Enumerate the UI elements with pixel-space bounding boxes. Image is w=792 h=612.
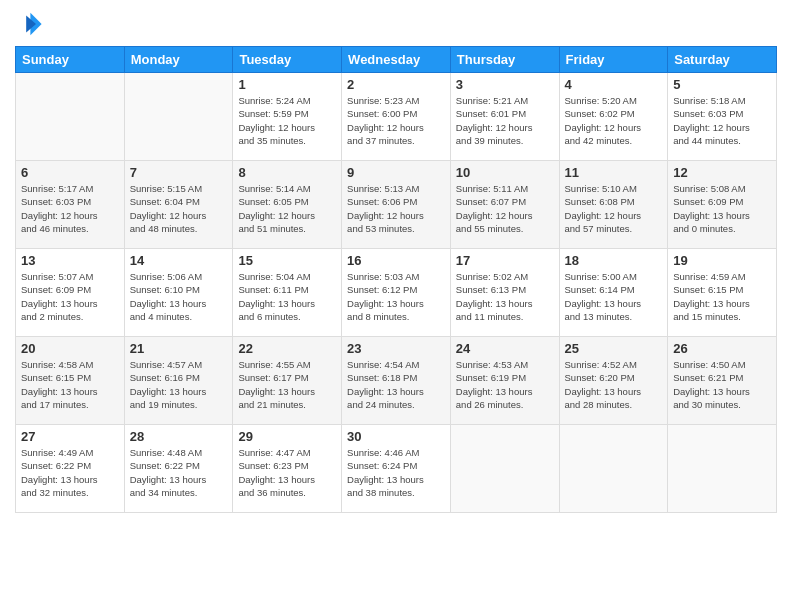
cell-info: Sunrise: 5:02 AM Sunset: 6:13 PM Dayligh…: [456, 270, 554, 323]
day-number: 21: [130, 341, 228, 356]
calendar-cell: 25Sunrise: 4:52 AM Sunset: 6:20 PM Dayli…: [559, 337, 668, 425]
weekday-header-saturday: Saturday: [668, 47, 777, 73]
cell-info: Sunrise: 4:57 AM Sunset: 6:16 PM Dayligh…: [130, 358, 228, 411]
calendar-cell: 21Sunrise: 4:57 AM Sunset: 6:16 PM Dayli…: [124, 337, 233, 425]
day-number: 24: [456, 341, 554, 356]
calendar-cell: 7Sunrise: 5:15 AM Sunset: 6:04 PM Daylig…: [124, 161, 233, 249]
cell-info: Sunrise: 5:06 AM Sunset: 6:10 PM Dayligh…: [130, 270, 228, 323]
day-number: 10: [456, 165, 554, 180]
weekday-header-wednesday: Wednesday: [342, 47, 451, 73]
calendar-cell: 23Sunrise: 4:54 AM Sunset: 6:18 PM Dayli…: [342, 337, 451, 425]
day-number: 7: [130, 165, 228, 180]
calendar-week-2: 6Sunrise: 5:17 AM Sunset: 6:03 PM Daylig…: [16, 161, 777, 249]
calendar-cell: 26Sunrise: 4:50 AM Sunset: 6:21 PM Dayli…: [668, 337, 777, 425]
header: [15, 10, 777, 38]
calendar-week-1: 1Sunrise: 5:24 AM Sunset: 5:59 PM Daylig…: [16, 73, 777, 161]
cell-info: Sunrise: 5:08 AM Sunset: 6:09 PM Dayligh…: [673, 182, 771, 235]
day-number: 13: [21, 253, 119, 268]
calendar-cell: [16, 73, 125, 161]
page: SundayMondayTuesdayWednesdayThursdayFrid…: [0, 0, 792, 612]
calendar-cell: 4Sunrise: 5:20 AM Sunset: 6:02 PM Daylig…: [559, 73, 668, 161]
calendar-cell: 11Sunrise: 5:10 AM Sunset: 6:08 PM Dayli…: [559, 161, 668, 249]
day-number: 11: [565, 165, 663, 180]
calendar-cell: 1Sunrise: 5:24 AM Sunset: 5:59 PM Daylig…: [233, 73, 342, 161]
cell-info: Sunrise: 5:17 AM Sunset: 6:03 PM Dayligh…: [21, 182, 119, 235]
calendar-cell: 5Sunrise: 5:18 AM Sunset: 6:03 PM Daylig…: [668, 73, 777, 161]
calendar-week-5: 27Sunrise: 4:49 AM Sunset: 6:22 PM Dayli…: [16, 425, 777, 513]
day-number: 5: [673, 77, 771, 92]
day-number: 27: [21, 429, 119, 444]
calendar-week-3: 13Sunrise: 5:07 AM Sunset: 6:09 PM Dayli…: [16, 249, 777, 337]
day-number: 15: [238, 253, 336, 268]
calendar-cell: [668, 425, 777, 513]
calendar-cell: 2Sunrise: 5:23 AM Sunset: 6:00 PM Daylig…: [342, 73, 451, 161]
weekday-header-sunday: Sunday: [16, 47, 125, 73]
day-number: 26: [673, 341, 771, 356]
cell-info: Sunrise: 4:47 AM Sunset: 6:23 PM Dayligh…: [238, 446, 336, 499]
day-number: 19: [673, 253, 771, 268]
day-number: 16: [347, 253, 445, 268]
calendar-cell: 20Sunrise: 4:58 AM Sunset: 6:15 PM Dayli…: [16, 337, 125, 425]
cell-info: Sunrise: 5:21 AM Sunset: 6:01 PM Dayligh…: [456, 94, 554, 147]
cell-info: Sunrise: 5:07 AM Sunset: 6:09 PM Dayligh…: [21, 270, 119, 323]
calendar-cell: 14Sunrise: 5:06 AM Sunset: 6:10 PM Dayli…: [124, 249, 233, 337]
calendar-week-4: 20Sunrise: 4:58 AM Sunset: 6:15 PM Dayli…: [16, 337, 777, 425]
weekday-header-tuesday: Tuesday: [233, 47, 342, 73]
cell-info: Sunrise: 5:13 AM Sunset: 6:06 PM Dayligh…: [347, 182, 445, 235]
cell-info: Sunrise: 4:53 AM Sunset: 6:19 PM Dayligh…: [456, 358, 554, 411]
day-number: 22: [238, 341, 336, 356]
day-number: 28: [130, 429, 228, 444]
day-number: 6: [21, 165, 119, 180]
calendar-cell: [124, 73, 233, 161]
cell-info: Sunrise: 5:14 AM Sunset: 6:05 PM Dayligh…: [238, 182, 336, 235]
day-number: 1: [238, 77, 336, 92]
calendar-cell: 12Sunrise: 5:08 AM Sunset: 6:09 PM Dayli…: [668, 161, 777, 249]
day-number: 14: [130, 253, 228, 268]
calendar-cell: 22Sunrise: 4:55 AM Sunset: 6:17 PM Dayli…: [233, 337, 342, 425]
cell-info: Sunrise: 4:52 AM Sunset: 6:20 PM Dayligh…: [565, 358, 663, 411]
day-number: 2: [347, 77, 445, 92]
cell-info: Sunrise: 5:03 AM Sunset: 6:12 PM Dayligh…: [347, 270, 445, 323]
calendar-cell: [559, 425, 668, 513]
cell-info: Sunrise: 4:55 AM Sunset: 6:17 PM Dayligh…: [238, 358, 336, 411]
calendar-cell: 17Sunrise: 5:02 AM Sunset: 6:13 PM Dayli…: [450, 249, 559, 337]
cell-info: Sunrise: 5:23 AM Sunset: 6:00 PM Dayligh…: [347, 94, 445, 147]
weekday-header-friday: Friday: [559, 47, 668, 73]
calendar-cell: 18Sunrise: 5:00 AM Sunset: 6:14 PM Dayli…: [559, 249, 668, 337]
cell-info: Sunrise: 4:46 AM Sunset: 6:24 PM Dayligh…: [347, 446, 445, 499]
calendar-cell: 28Sunrise: 4:48 AM Sunset: 6:22 PM Dayli…: [124, 425, 233, 513]
calendar-cell: [450, 425, 559, 513]
calendar-table: SundayMondayTuesdayWednesdayThursdayFrid…: [15, 46, 777, 513]
day-number: 23: [347, 341, 445, 356]
weekday-header-thursday: Thursday: [450, 47, 559, 73]
cell-info: Sunrise: 5:24 AM Sunset: 5:59 PM Dayligh…: [238, 94, 336, 147]
calendar-cell: 9Sunrise: 5:13 AM Sunset: 6:06 PM Daylig…: [342, 161, 451, 249]
calendar-cell: 29Sunrise: 4:47 AM Sunset: 6:23 PM Dayli…: [233, 425, 342, 513]
cell-info: Sunrise: 5:11 AM Sunset: 6:07 PM Dayligh…: [456, 182, 554, 235]
calendar-cell: 16Sunrise: 5:03 AM Sunset: 6:12 PM Dayli…: [342, 249, 451, 337]
day-number: 18: [565, 253, 663, 268]
cell-info: Sunrise: 5:04 AM Sunset: 6:11 PM Dayligh…: [238, 270, 336, 323]
cell-info: Sunrise: 4:49 AM Sunset: 6:22 PM Dayligh…: [21, 446, 119, 499]
calendar-cell: 24Sunrise: 4:53 AM Sunset: 6:19 PM Dayli…: [450, 337, 559, 425]
cell-info: Sunrise: 5:18 AM Sunset: 6:03 PM Dayligh…: [673, 94, 771, 147]
day-number: 4: [565, 77, 663, 92]
cell-info: Sunrise: 4:50 AM Sunset: 6:21 PM Dayligh…: [673, 358, 771, 411]
day-number: 8: [238, 165, 336, 180]
calendar-cell: 30Sunrise: 4:46 AM Sunset: 6:24 PM Dayli…: [342, 425, 451, 513]
weekday-header-row: SundayMondayTuesdayWednesdayThursdayFrid…: [16, 47, 777, 73]
calendar-cell: 8Sunrise: 5:14 AM Sunset: 6:05 PM Daylig…: [233, 161, 342, 249]
day-number: 25: [565, 341, 663, 356]
calendar-cell: 19Sunrise: 4:59 AM Sunset: 6:15 PM Dayli…: [668, 249, 777, 337]
day-number: 3: [456, 77, 554, 92]
calendar-cell: 15Sunrise: 5:04 AM Sunset: 6:11 PM Dayli…: [233, 249, 342, 337]
cell-info: Sunrise: 4:59 AM Sunset: 6:15 PM Dayligh…: [673, 270, 771, 323]
logo: [15, 10, 47, 38]
cell-info: Sunrise: 5:15 AM Sunset: 6:04 PM Dayligh…: [130, 182, 228, 235]
calendar-cell: 6Sunrise: 5:17 AM Sunset: 6:03 PM Daylig…: [16, 161, 125, 249]
day-number: 9: [347, 165, 445, 180]
cell-info: Sunrise: 5:00 AM Sunset: 6:14 PM Dayligh…: [565, 270, 663, 323]
day-number: 29: [238, 429, 336, 444]
cell-info: Sunrise: 4:48 AM Sunset: 6:22 PM Dayligh…: [130, 446, 228, 499]
cell-info: Sunrise: 4:54 AM Sunset: 6:18 PM Dayligh…: [347, 358, 445, 411]
